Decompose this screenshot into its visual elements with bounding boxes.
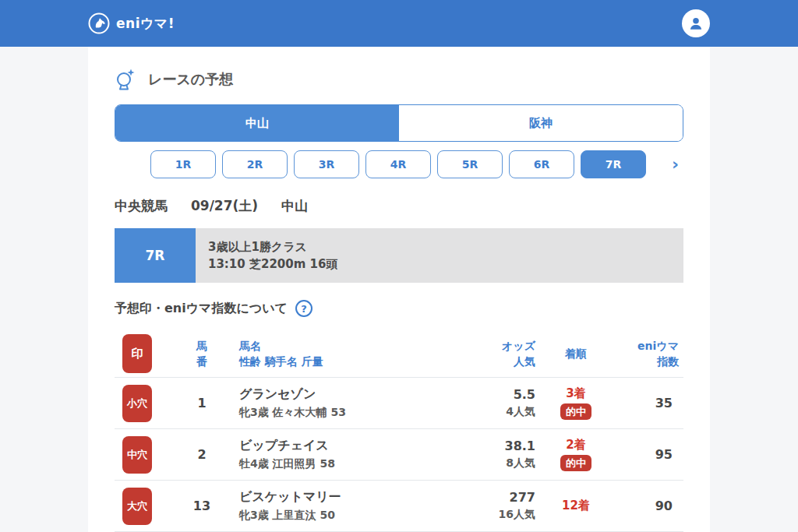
section-title-row: レースの予想 [115, 67, 683, 92]
chevron-right-icon[interactable]: › [672, 156, 679, 173]
hit-badge: 的中 [560, 455, 591, 472]
page: eniウマ! レースの予想 中山 阪神 [0, 0, 798, 532]
odds-value: 277 [442, 490, 535, 505]
header-number: 馬 番 [164, 338, 239, 370]
race-banner-details: 13:10 芝2200m 16頭 [208, 257, 671, 272]
popularity: 4人気 [442, 405, 535, 419]
table-row: 小穴 1 グランセゾン 牝3歳 佐々木大輔 53 5.5 4人気 3着 的中 3… [115, 378, 683, 429]
mark-badge: 大穴 [122, 488, 152, 525]
mark-badge: 小穴 [122, 385, 152, 422]
header-result: 着順 [535, 346, 616, 361]
venue-tab-bar: 中山 阪神 [115, 104, 683, 142]
odds-value: 5.5 [442, 387, 535, 402]
app-logo-text: eniウマ! [116, 15, 175, 33]
tab-label: 阪神 [529, 116, 553, 131]
prediction-table: 印 馬 番 馬名 性齢 騎手名 斤量 オッズ 人気 着順 e [115, 330, 683, 532]
race-button-6r[interactable]: 6R [509, 150, 574, 178]
horse-icon [88, 12, 110, 34]
mark-header-badge: 印 [122, 334, 152, 373]
horse-name: グランセゾン [239, 386, 442, 403]
user-icon [687, 15, 704, 32]
header-name: 馬名 性齢 騎手名 斤量 [239, 338, 442, 370]
meta-venue: 中山 [281, 197, 308, 215]
horse-detail: 牡4歳 江田照男 58 [239, 457, 442, 471]
horse-number: 13 [164, 499, 239, 513]
table-row: 中穴 2 ビップチェイス 牡4歳 江田照男 58 38.1 8人気 2着 的中 … [115, 429, 683, 481]
horse-name-cell: グランセゾン 牝3歳 佐々木大輔 53 [239, 386, 442, 420]
race-banner-body: 3歳以上1勝クラス 13:10 芝2200m 16頭 [196, 228, 683, 283]
tab-label: 中山 [245, 116, 269, 131]
horse-detail: 牝3歳 佐々木大輔 53 [239, 406, 442, 420]
eniuma-index: 35 [616, 396, 683, 410]
race-button-2r[interactable]: 2R [222, 150, 288, 178]
info-row: 予想印・eniウマ指数について ? [115, 299, 683, 318]
tab-hanshin[interactable]: 阪神 [399, 105, 683, 141]
eniuma-index: 95 [616, 447, 683, 462]
meta-date: 09/27(土) [191, 197, 258, 215]
app-header: eniウマ! [0, 0, 798, 47]
race-banner: 7R 3歳以上1勝クラス 13:10 芝2200m 16頭 [115, 228, 683, 283]
result-cell: 3着 的中 [535, 386, 616, 421]
user-avatar-button[interactable] [682, 9, 710, 37]
race-button-3r[interactable]: 3R [294, 150, 359, 178]
main-card: レースの予想 中山 阪神 1R 2R 3R 4R 5R 6R 7R › 中央競馬… [88, 47, 710, 532]
finish-position: 12着 [562, 499, 590, 513]
horse-name-cell: ビップチェイス 牡4歳 江田照男 58 [239, 438, 442, 471]
race-button-4r[interactable]: 4R [365, 150, 431, 178]
hit-badge: 的中 [560, 403, 591, 421]
race-meta-row: 中央競馬 09/27(土) 中山 [115, 197, 683, 215]
tab-nakayama[interactable]: 中山 [115, 105, 399, 141]
table-header-row: 印 馬 番 馬名 性齢 騎手名 斤量 オッズ 人気 着順 e [115, 330, 683, 378]
header-index: eniウマ 指数 [616, 338, 683, 370]
info-label: 予想印・eniウマ指数について [115, 301, 288, 317]
horse-number: 1 [164, 396, 239, 410]
race-number-bar: 1R 2R 3R 4R 5R 6R 7R › [115, 150, 683, 178]
popularity: 16人気 [442, 508, 535, 522]
result-cell: 12着 [535, 499, 616, 513]
finish-position: 3着 [566, 386, 585, 401]
race-button-1r[interactable]: 1R [150, 150, 216, 178]
horse-name: ビップチェイス [239, 438, 442, 454]
app-logo[interactable]: eniウマ! [88, 12, 175, 34]
eniuma-index: 90 [616, 499, 683, 513]
race-banner-title: 3歳以上1勝クラス [208, 240, 671, 255]
page-title: レースの予想 [148, 70, 233, 89]
odds-value: 38.1 [442, 439, 535, 453]
horse-name: ビスケットマリー [239, 489, 442, 506]
help-icon[interactable]: ? [295, 300, 312, 317]
odds-cell: 5.5 4人気 [442, 387, 535, 419]
race-button-5r[interactable]: 5R [437, 150, 503, 178]
finish-position: 2着 [566, 438, 585, 453]
horse-number: 2 [164, 447, 239, 462]
race-banner-number: 7R [115, 228, 196, 283]
table-row: 大穴 13 ビスケットマリー 牝3歳 上里直汰 50 277 16人気 12着 … [115, 481, 683, 532]
mark-badge: 中穴 [122, 436, 152, 474]
result-cell: 2着 的中 [535, 438, 616, 472]
meta-organizer: 中央競馬 [115, 197, 168, 215]
horse-name-cell: ビスケットマリー 牝3歳 上里直汰 50 [239, 489, 442, 523]
crystal-ball-icon [115, 68, 136, 92]
header-mark: 印 [115, 334, 164, 373]
horse-detail: 牝3歳 上里直汰 50 [239, 509, 442, 523]
race-button-7r[interactable]: 7R [581, 150, 646, 178]
header-odds: オッズ 人気 [442, 338, 535, 370]
popularity: 8人気 [442, 456, 535, 470]
odds-cell: 277 16人気 [442, 490, 535, 522]
odds-cell: 38.1 8人気 [442, 439, 535, 470]
